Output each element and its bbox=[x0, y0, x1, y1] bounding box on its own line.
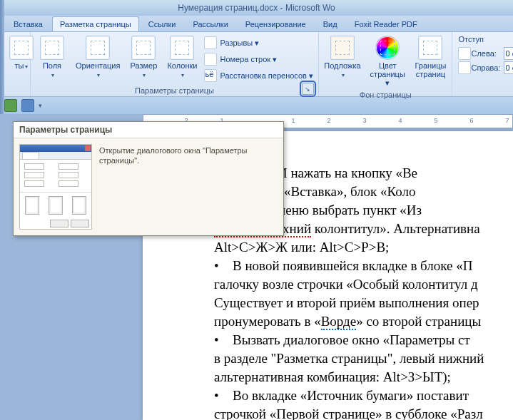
group-page-setup-label: Параметры страницы bbox=[135, 86, 214, 95]
page-setup-launcher[interactable]: ↘ bbox=[302, 83, 314, 95]
tab-review[interactable]: Рецензирование bbox=[238, 16, 314, 31]
line-numbers-button[interactable]: Номера строк ▾ bbox=[202, 51, 315, 67]
indent-right-label: Справа: bbox=[471, 63, 500, 72]
line-numbers-icon bbox=[204, 53, 217, 66]
columns-button[interactable]: Колонки▾ bbox=[163, 34, 200, 82]
margins-button[interactable]: Поля▾ bbox=[34, 34, 71, 82]
indent-left-input[interactable]: 0 см▲▼ bbox=[504, 47, 514, 60]
tooltip-title: Параметры страницы bbox=[14, 122, 283, 138]
page-color-button[interactable]: Цветстраницы ▾ bbox=[365, 34, 411, 89]
indent-right-icon bbox=[458, 61, 471, 74]
title-bar: Нумерация страниц.docx - Microsoft Wo bbox=[0, 0, 513, 16]
indent-right-input[interactable]: 0 см▲▼ bbox=[504, 61, 514, 74]
page-borders-button[interactable]: Границыстраниц bbox=[412, 34, 449, 81]
size-button[interactable]: Размер▾ bbox=[125, 34, 162, 82]
watermark-button[interactable]: Подложка▾ bbox=[322, 34, 363, 82]
tab-insert[interactable]: Вставка bbox=[6, 16, 51, 31]
qat-icon-2[interactable] bbox=[21, 99, 34, 112]
hyphenation-button[interactable]: ьёРасстановка переносов ▾ bbox=[202, 68, 315, 83]
qat-icon-1[interactable] bbox=[4, 99, 17, 112]
indent-heading: Отступ bbox=[458, 35, 484, 43]
orientation-button[interactable]: Ориентация▾ bbox=[72, 34, 123, 82]
page-setup-tooltip: Параметры страницы Открытие диалогового … bbox=[13, 121, 284, 236]
tab-mailings[interactable]: Рассылки bbox=[185, 16, 235, 31]
tab-page-layout[interactable]: Разметка страницы bbox=[52, 16, 139, 31]
tab-references[interactable]: Ссылки bbox=[141, 16, 184, 31]
breaks-icon bbox=[204, 36, 217, 49]
tooltip-thumbnail bbox=[19, 144, 92, 230]
breaks-button[interactable]: Разрывы ▾ bbox=[202, 35, 315, 51]
tooltip-text: Открытие диалогового окна "Параметры стр… bbox=[99, 144, 278, 230]
ribbon-tabs: Вставка Разметка страницы Ссылки Рассылк… bbox=[0, 16, 513, 32]
indent-left-label: Слева: bbox=[471, 49, 500, 58]
tab-view[interactable]: Вид bbox=[315, 16, 345, 31]
indent-left-icon bbox=[458, 47, 471, 60]
ribbon: ты▾ Поля▾ Ориентация▾ Размер▾ Колонки▾ bbox=[0, 32, 513, 97]
tab-foxit[interactable]: Foxit Reader PDF bbox=[347, 16, 425, 31]
hyphenation-icon: ьё bbox=[204, 69, 217, 82]
qat-customize[interactable]: ▾ bbox=[39, 102, 42, 109]
group-page-background-label: Фон страницы bbox=[322, 89, 449, 101]
